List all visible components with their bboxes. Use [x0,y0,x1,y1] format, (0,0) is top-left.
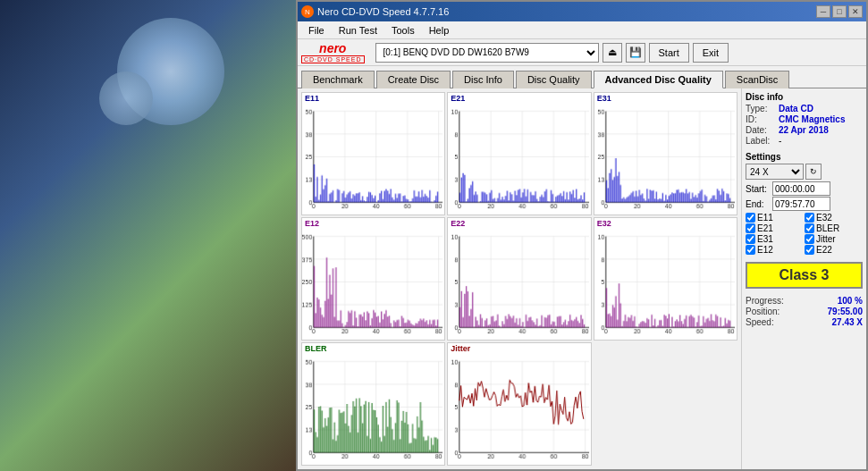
disc-label-value: - [779,136,781,146]
tab-disc-info[interactable]: Disc Info [452,71,514,88]
title-bar-left: N Nero CD-DVD Speed 4.7.7.16 [301,5,449,18]
close-window-button[interactable]: ✕ [848,5,863,18]
start-button[interactable]: Start [649,43,689,63]
content-area: E11 E21 E31 E12 [298,88,866,469]
toolbar: nero CD·DVD SPEED [0:1] BENQ DVD DD DW16… [298,39,866,66]
chart-e22-title: E22 [451,219,465,228]
cb-e21-input[interactable] [746,223,755,233]
id-value: CMC Magnetics [779,114,845,124]
position-value: 79:55.00 [828,307,863,316]
chart-e22: E22 [447,217,591,341]
position-label: Position: [746,307,780,316]
cb-e32-label: E32 [816,213,832,223]
end-time-input[interactable] [772,197,830,211]
minimize-button[interactable]: ─ [816,5,830,18]
chart-empty [594,342,737,466]
chart-e11-canvas [302,93,444,214]
cb-e32-input[interactable] [805,213,814,223]
speed-result-value: 27.43 X [832,317,863,327]
chart-e11-title: E11 [305,94,319,103]
disc-info-title: Disc info [746,92,863,102]
cb-jitter: Jitter [805,234,863,244]
chart-e22-canvas [448,218,590,340]
background-image [0,0,296,471]
tab-advanced-disc-quality[interactable]: Advanced Disc Quality [594,71,723,88]
cb-bler-label: BLER [816,223,839,233]
right-panel: Disc info Type: Data CD ID: CMC Magnetic… [741,88,866,469]
tab-disc-quality[interactable]: Disc Quality [516,71,592,88]
speed-row: 24 X ↻ [746,164,863,180]
type-label: Type: [746,104,777,114]
logo-nero: nero [319,41,346,55]
speed-selector[interactable]: 24 X [746,164,804,180]
progress-label: Progress: [746,296,784,306]
planet-small [99,71,153,125]
chart-bler: BLER [301,342,445,466]
menu-file[interactable]: File [301,23,332,38]
tab-benchmark[interactable]: Benchmark [301,71,375,88]
cb-bler-input[interactable] [805,223,814,233]
maximize-button[interactable]: □ [832,5,847,18]
tab-bar: Benchmark Create Disc Disc Info Disc Qua… [298,66,866,88]
cb-e22: E22 [805,245,863,255]
cb-e21: E21 [746,223,804,233]
cb-e22-label: E22 [816,245,832,255]
checkboxes-area: E11 E32 E21 [746,213,863,255]
app-icon: N [301,5,314,18]
start-label: Start: [746,184,771,194]
chart-e31: E31 [594,92,737,215]
class-badge: Class 3 [746,262,863,289]
chart-jitter-title: Jitter [451,344,470,353]
main-window: N Nero CD-DVD Speed 4.7.7.16 ─ □ ✕ File … [296,0,868,471]
title-bar: N Nero CD-DVD Speed 4.7.7.16 ─ □ ✕ [298,2,866,21]
speed-result-label: Speed: [746,317,774,327]
chart-e31-canvas [594,93,737,214]
chart-jitter: Jitter [447,342,591,466]
speed-result-row: Speed: 27.43 X [746,317,863,327]
chart-e32: E32 [594,217,737,341]
drive-selector[interactable]: [0:1] BENQ DVD DD DW1620 B7W9 [375,43,599,63]
disc-info-section: Disc info Type: Data CD ID: CMC Magnetic… [746,92,863,147]
cb-e32: E32 [805,213,863,223]
window-title: Nero CD-DVD Speed 4.7.7.16 [317,6,449,17]
menu-bar: File Run Test Tools Help [298,21,866,39]
start-time-input[interactable] [772,181,830,196]
cb-e31-input[interactable] [746,234,755,244]
date-value: 22 Apr 2018 [779,125,829,135]
cb-e12-label: E12 [757,245,773,255]
save-button[interactable]: 💾 [626,43,645,63]
tab-scandisc[interactable]: ScanDisc [725,71,789,88]
chart-e21: E21 [447,92,591,215]
cb-e12: E12 [746,245,804,255]
cb-e22-input[interactable] [805,245,814,255]
chart-bler-title: BLER [305,344,327,353]
info-date-row: Date: 22 Apr 2018 [746,125,863,135]
refresh-button[interactable]: ↻ [805,164,822,180]
eject-button[interactable]: ⏏ [603,43,622,63]
disc-label-label: Label: [746,136,777,146]
info-type-row: Type: Data CD [746,104,863,114]
chart-e12-title: E12 [305,219,319,228]
chart-e31-title: E31 [597,94,611,103]
class-label: Class 3 [779,267,829,282]
menu-help[interactable]: Help [422,23,457,38]
cb-e11: E11 [746,213,804,223]
menu-run-test[interactable]: Run Test [332,23,384,38]
type-value: Data CD [779,104,813,114]
cb-e12-input[interactable] [746,245,755,255]
cb-e31-label: E31 [757,234,773,244]
info-id-row: ID: CMC Magnetics [746,114,863,124]
chart-e11: E11 [301,92,445,215]
menu-tools[interactable]: Tools [384,23,422,38]
charts-grid: E11 E21 E31 E12 [298,88,741,469]
progress-value: 100 % [838,296,863,306]
cb-e21-label: E21 [757,223,773,233]
title-bar-controls: ─ □ ✕ [816,5,863,18]
chart-e21-title: E21 [451,94,465,103]
tab-create-disc[interactable]: Create Disc [376,71,451,88]
info-disc-label-row: Label: - [746,136,863,146]
cb-e31: E31 [746,234,804,244]
exit-button[interactable]: Exit [693,43,729,63]
cb-jitter-input[interactable] [805,234,814,244]
cb-e11-input[interactable] [746,213,755,223]
